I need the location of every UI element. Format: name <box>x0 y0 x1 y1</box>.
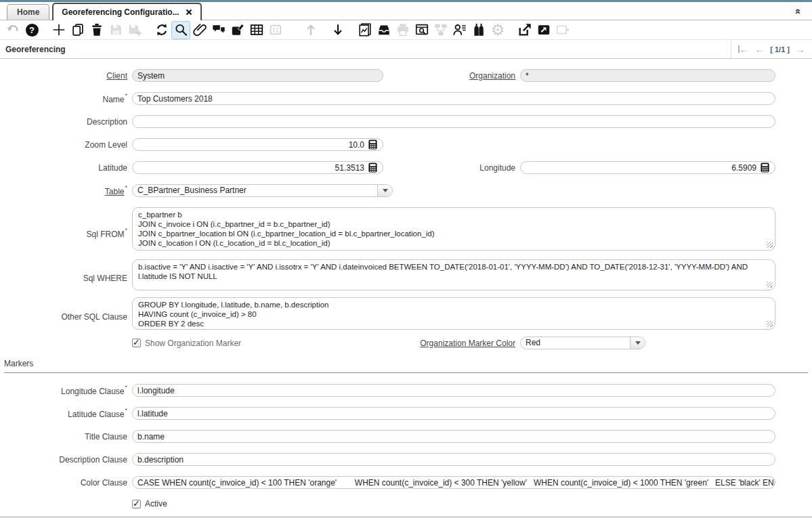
find-button[interactable] <box>171 21 190 39</box>
archive-button[interactable] <box>375 21 393 39</box>
name-label: Name* <box>0 93 132 104</box>
attachment-icon <box>192 22 207 37</box>
workflow-button <box>431 21 450 39</box>
close-tab-icon[interactable] <box>186 9 192 16</box>
latitude-clause-label: Latitude Clause* <box>0 408 132 419</box>
grid-toggle-icon <box>249 22 264 37</box>
organization-label[interactable]: Organization <box>388 71 520 81</box>
tab-georeferencing-label: Georeferencing Configuratio... <box>62 5 179 20</box>
resize-handle[interactable] <box>767 242 773 248</box>
table-combobox[interactable]: C_BPartner_Business Partner <box>132 184 393 197</box>
previous-record-button[interactable]: ← <box>754 44 765 54</box>
longitude-field[interactable]: 6.5909 <box>520 161 775 174</box>
sql-from-label: Sql FROM* <box>0 228 132 239</box>
latitude-clause-field[interactable]: l.latitude <box>132 407 775 420</box>
product-info-button[interactable] <box>469 21 488 39</box>
zoom-level-field[interactable]: 10.0 <box>132 138 383 151</box>
calculator-icon[interactable] <box>368 163 378 173</box>
color-clause-label: Color Clause <box>0 478 132 488</box>
open-new-window-button[interactable] <box>534 21 553 39</box>
new-record-icon <box>51 22 66 37</box>
tab-home[interactable]: Home <box>7 4 49 20</box>
new-record-button[interactable] <box>49 21 68 39</box>
find-icon <box>173 22 188 37</box>
chat-icon <box>211 22 226 37</box>
sql-where-label: Sql WHERE <box>0 274 132 283</box>
title-clause-label: Title Clause <box>0 432 132 441</box>
zoom-across-icon <box>414 22 429 37</box>
chevron-down-icon <box>383 189 388 192</box>
description-clause-label: Description Clause <box>0 455 132 465</box>
copy-record-icon <box>70 22 85 37</box>
save-icon <box>108 22 123 37</box>
open-new-window-icon <box>536 22 551 37</box>
window-header: Georeferencing ← ← [ 1/1 ] → <box>0 40 812 59</box>
grid-toggle-button[interactable] <box>247 21 266 39</box>
toolbar: ? <box>0 20 812 40</box>
description-clause-field[interactable]: b.description <box>132 453 775 466</box>
active-checkbox[interactable]: ✓ <box>132 500 141 509</box>
record-position: [ 1/1 ] <box>770 45 790 53</box>
chat-button[interactable] <box>209 21 228 39</box>
refresh-button[interactable] <box>152 21 171 39</box>
tab-georeferencing-configuration[interactable]: Georeferencing Configuratio... <box>52 3 201 20</box>
zoom-across-button[interactable] <box>412 21 431 39</box>
calculator-icon[interactable] <box>368 139 378 150</box>
zoom-level-label: Zoom Level <box>0 140 132 150</box>
color-clause-field[interactable]: CASE WHEN count(c_invoice_id) < 100 THEN… <box>132 476 775 489</box>
label-note-icon <box>230 22 245 37</box>
longitude-clause-label: Longitude Clause* <box>0 385 132 396</box>
latitude-field[interactable]: 51.3513 <box>132 161 383 174</box>
product-info-icon <box>471 22 486 37</box>
parent-record-icon <box>303 22 318 37</box>
delete-record-button[interactable] <box>87 21 106 39</box>
table-dropdown-button[interactable] <box>377 185 392 196</box>
sql-from-textarea[interactable]: c_bpartner b JOIN c_invoice i ON (i.c_bp… <box>132 207 775 251</box>
undo-icon <box>5 22 20 37</box>
detail-record-icon <box>330 22 345 37</box>
detail-grid-icon <box>268 22 283 37</box>
org-marker-color-label[interactable]: Organization Marker Color <box>388 339 520 348</box>
detail-record-button[interactable] <box>328 21 347 39</box>
preferences-button: ⚙ <box>488 21 507 39</box>
requests-button[interactable] <box>450 21 469 39</box>
show-org-marker-checkbox[interactable]: ✓ <box>132 339 141 347</box>
org-marker-color-combobox[interactable]: Red <box>520 337 645 349</box>
chevron-down-icon <box>635 341 641 345</box>
help-icon: ? <box>26 24 39 37</box>
resize-handle[interactable] <box>767 282 773 288</box>
parent-record-button <box>301 21 320 39</box>
title-clause-field[interactable]: b.name <box>132 430 775 443</box>
record-paging: ← ← [ 1/1 ] → <box>731 40 805 58</box>
name-field[interactable]: Top Customers 2018 <box>132 92 775 105</box>
attachment-button[interactable] <box>190 21 209 39</box>
table-label[interactable]: Table* <box>0 186 132 196</box>
archive-icon <box>377 22 391 37</box>
client-field: System <box>132 69 383 82</box>
client-label[interactable]: Client <box>0 71 132 81</box>
collapse-tabs-icon[interactable]: « <box>794 8 804 13</box>
longitude-label: Longitude <box>388 163 520 173</box>
resize-handle[interactable] <box>767 321 773 327</box>
print-icon <box>396 22 410 37</box>
longitude-clause-field[interactable]: l.longitude <box>132 384 775 397</box>
report-button[interactable] <box>356 21 375 39</box>
first-record-button[interactable]: ← <box>738 44 749 54</box>
workflow-icon <box>433 22 448 37</box>
sql-where-textarea[interactable]: b.isactive = 'Y' AND i.isactive = 'Y' AN… <box>132 259 775 290</box>
georeferencing-form: Client System Organization * Name* Top C… <box>0 59 812 517</box>
description-label: Description <box>0 117 132 127</box>
organization-field: * <box>520 69 775 82</box>
calculator-icon[interactable] <box>760 163 770 173</box>
description-field[interactable] <box>132 115 775 128</box>
copy-record-button[interactable] <box>68 21 87 39</box>
page-title: Georeferencing <box>5 45 66 54</box>
other-sql-clause-textarea[interactable]: GROUP BY l.longitude, l.latitude, b.name… <box>132 297 775 330</box>
help-button[interactable]: ? <box>22 21 41 39</box>
label-note-button[interactable] <box>228 21 247 39</box>
next-record-button[interactable]: → <box>795 44 805 54</box>
org-marker-color-dropdown-button[interactable] <box>630 337 645 349</box>
save-button <box>106 21 125 39</box>
export-button[interactable] <box>515 21 534 39</box>
quick-form-button <box>553 21 572 39</box>
